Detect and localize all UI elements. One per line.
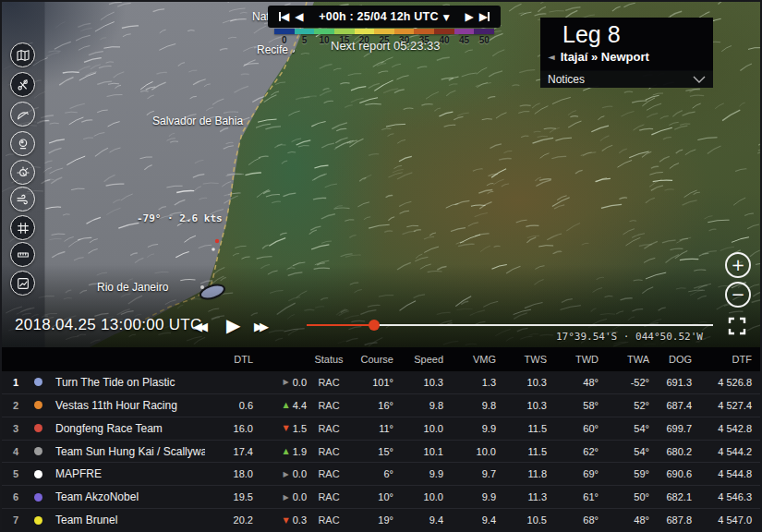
map-view[interactable]: Natal Recife Salvador de Bahia Rio de Ja… xyxy=(2,2,762,347)
place-label-recife: Recife xyxy=(257,43,288,56)
dtf-value: 4 544.2 xyxy=(692,446,752,457)
trend-cell: ▲4.4 xyxy=(253,400,307,411)
fullscreen-button[interactable] xyxy=(728,317,746,335)
trend-cell: ▼0.3 xyxy=(253,514,307,526)
leaderboard-header: DTL Status Course Speed VMG TWS TWD TWA … xyxy=(2,347,762,371)
header-tws: TWS xyxy=(496,354,547,365)
course-value: 10° xyxy=(351,491,393,502)
ruler-icon xyxy=(16,248,30,262)
wind-layer-button[interactable] xyxy=(10,187,35,212)
cursor-coordinates: 17°39.54'S · 044°50.52'W xyxy=(556,331,703,343)
next-report-countdown: Next report 05:23:33 xyxy=(331,39,441,53)
twd-value: 48° xyxy=(547,377,599,388)
vmg-value: 9.9 xyxy=(443,423,496,434)
vmg-value: 10.0 xyxy=(443,446,496,457)
course-value: 6° xyxy=(351,468,393,479)
tws-value: 10.3 xyxy=(496,377,547,388)
dtl-value: 19.5 xyxy=(205,491,253,502)
header-vmg: VMG xyxy=(443,354,496,365)
team-color-dot xyxy=(34,424,42,432)
statistics-button[interactable] xyxy=(10,271,35,296)
zoom-out-button[interactable]: − xyxy=(725,282,751,308)
fleet-dot xyxy=(200,285,204,289)
trend-arrow-icon: ▼ xyxy=(284,424,289,432)
timeline-slider-fill xyxy=(307,324,374,326)
team-row[interactable]: 7 Team Brunel 20.2 ▼0.3 RAC 19° 9.4 9.4 … xyxy=(2,508,762,531)
team-row[interactable]: 4 Team Sun Hung Kai / Scallywag 17.4 ▲1.… xyxy=(2,440,762,463)
place-label-salvador: Salvador de Bahia xyxy=(152,115,243,127)
notices-dropdown[interactable]: Notices xyxy=(540,70,713,88)
protractor-tool-button[interactable] xyxy=(10,102,35,127)
previous-leg-button[interactable]: ◄ xyxy=(540,52,561,62)
chevron-down-icon xyxy=(693,76,706,83)
twd-value: 58° xyxy=(547,400,599,411)
protractor-icon xyxy=(16,107,30,122)
wind-readout: -79° · 2.6 kts xyxy=(137,212,223,224)
speed-value: 10.0 xyxy=(393,423,443,434)
current-time-label: 2018.04.25 13:00:00 UTC xyxy=(15,316,202,334)
dtl-value: 0.6 xyxy=(205,400,253,411)
team-row[interactable]: 3 Dongfeng Race Team 16.0 ▼1.5 RAC 11° 1… xyxy=(2,417,762,440)
header-dtl: DTL xyxy=(205,354,253,365)
fast-forward-button[interactable]: ▶▶ xyxy=(254,320,265,333)
team-name: Team Brunel xyxy=(46,514,205,526)
bar-glyph xyxy=(488,12,490,21)
step-forward-button[interactable]: ▶ xyxy=(463,10,477,23)
zoom-in-button[interactable]: + xyxy=(725,252,751,278)
leg-route: Itajaí » Newport xyxy=(561,50,649,64)
play-button[interactable]: ▶ xyxy=(226,314,240,336)
team-name: Team Sun Hung Kai / Scallywag xyxy=(46,445,205,458)
team-row[interactable]: 2 Vestas 11th Hour Racing 0.6 ▲4.4 RAC 1… xyxy=(2,393,762,417)
tws-value: 10.3 xyxy=(496,400,547,411)
status-value: RAC xyxy=(307,423,351,434)
trend-cell: ▼1.5 xyxy=(253,423,307,434)
rank-number: 6 xyxy=(2,491,30,502)
team-color-dot xyxy=(34,401,42,409)
team-row[interactable]: 6 Team AkzoNobel 19.5 ▶0.0 RAC 10° 10.0 … xyxy=(2,485,762,508)
status-value: RAC xyxy=(307,514,351,526)
team-row[interactable]: 5 MAPFRE 18.0 ▶0.0 RAC 6° 9.9 9.7 11.8 6… xyxy=(2,462,762,485)
ruler-tool-button[interactable] xyxy=(10,242,35,267)
team-row[interactable]: 1 Turn The Tide on Plastic ▶0.0 RAC 101°… xyxy=(2,371,762,393)
day-night-toggle-button[interactable] xyxy=(10,160,35,185)
rank-number: 4 xyxy=(2,446,30,457)
team-color-dot xyxy=(34,516,42,525)
leaderboard-rows: 1 Turn The Tide on Plastic ▶0.0 RAC 101°… xyxy=(2,371,762,531)
time-selector-dropdown[interactable]: +00h : 25/04 12h UTC▼ xyxy=(306,10,462,23)
forecast-button[interactable] xyxy=(10,131,35,156)
boat-marker[interactable] xyxy=(215,239,219,243)
rank-number: 1 xyxy=(2,377,30,388)
course-value: 11° xyxy=(351,423,393,434)
chevron-down-icon: ▼ xyxy=(443,13,450,22)
twa-value: 50° xyxy=(599,491,649,502)
crystal-ball-icon xyxy=(16,137,30,151)
twd-value: 61° xyxy=(547,491,599,502)
timeline-slider-handle[interactable] xyxy=(369,320,380,331)
status-value: RAC xyxy=(307,446,351,457)
header-twa: TWA xyxy=(599,354,649,365)
tws-value: 10.5 xyxy=(496,514,547,526)
skip-to-start-button[interactable]: ◀ xyxy=(276,10,292,23)
trend-value: 1.9 xyxy=(293,446,307,457)
speed-value: 9.4 xyxy=(393,514,443,526)
grid-layer-button[interactable] xyxy=(10,215,35,240)
leaderboard: DTL Status Course Speed VMG TWS TWD TWA … xyxy=(2,347,762,532)
boat-marker[interactable] xyxy=(212,248,215,251)
header-dog: DOG xyxy=(649,354,692,365)
measure-tool-button[interactable] xyxy=(10,72,35,97)
skip-to-end-button[interactable]: ▶ xyxy=(477,10,492,23)
trend-arrow-icon: ▲ xyxy=(284,447,289,455)
rewind-button[interactable]: ◀◀ xyxy=(193,320,204,333)
rank-number: 3 xyxy=(2,423,30,434)
team-color-dot xyxy=(34,470,42,478)
vmg-value: 9.7 xyxy=(443,468,496,479)
twa-value: -52° xyxy=(599,377,649,388)
team-color-dot-cell xyxy=(30,493,46,502)
scissors-icon xyxy=(16,78,30,92)
wind-scale-gradient xyxy=(274,29,494,34)
vmg-value: 9.8 xyxy=(443,400,496,411)
twa-value: 59° xyxy=(599,468,649,479)
tws-value: 11.8 xyxy=(496,468,547,479)
step-back-button[interactable]: ◀ xyxy=(292,10,306,23)
map-layers-button[interactable] xyxy=(10,42,35,67)
